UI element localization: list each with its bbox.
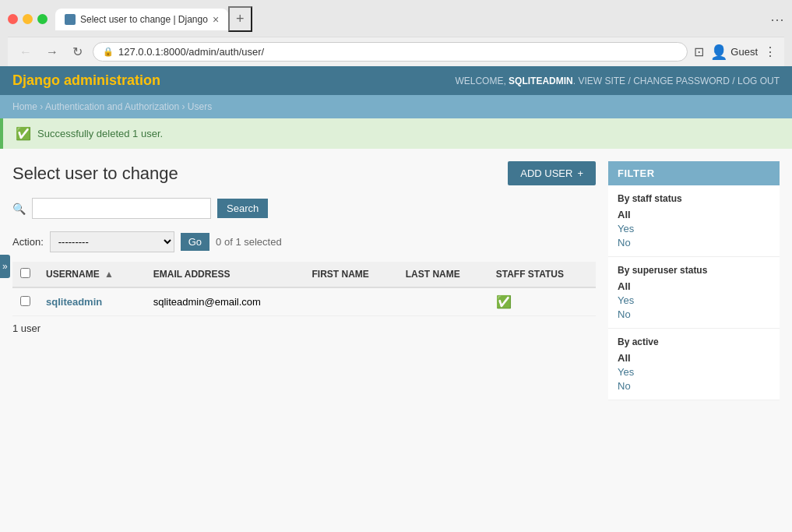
table-header-row: USERNAME ▲ EMAIL ADDRESS FIRST NAME LAST… <box>12 262 596 287</box>
user-tools: WELCOME, SQLITEADMIN. VIEW SITE / CHANGE… <box>455 76 780 86</box>
select-all-checkbox[interactable] <box>20 268 30 278</box>
action-select[interactable]: ---------Delete selected users <box>50 231 174 252</box>
page-title: Select user to change <box>12 164 178 184</box>
filter-section-title: By staff status <box>618 193 770 204</box>
filter-section-title: By active <box>618 336 770 347</box>
filter-option[interactable]: No <box>618 380 770 392</box>
filter-option-link[interactable]: All <box>618 352 631 364</box>
th-email: EMAIL ADDRESS <box>146 262 304 287</box>
tab-favicon <box>65 14 76 25</box>
th-lastname: LAST NAME <box>398 262 488 287</box>
search-bar: 🔍 Search <box>12 198 596 219</box>
filter-option-link[interactable]: Yes <box>618 366 634 378</box>
reader-mode-icon[interactable]: ⊡ <box>694 44 704 59</box>
filter-options: AllYesNo <box>618 352 770 392</box>
th-checkbox <box>12 262 38 287</box>
forward-button[interactable]: → <box>42 44 62 61</box>
sidebar-toggle[interactable]: » <box>0 255 10 278</box>
filter-section: By activeAllYesNo <box>608 329 780 400</box>
new-tab-button[interactable]: + <box>228 6 252 32</box>
browser-chrome: Select user to change | Django × + ⋯ ← →… <box>0 0 792 66</box>
filter-option[interactable]: All <box>618 280 770 292</box>
breadcrumb-auth[interactable]: Authentication and Authorization <box>45 101 179 112</box>
log-out-link[interactable]: LOG OUT <box>737 76 780 86</box>
change-password-link[interactable]: CHANGE PASSWORD <box>633 76 730 86</box>
filter-options: AllYesNo <box>618 209 770 248</box>
th-staff-status: STAFF STATUS <box>488 262 596 287</box>
username-link[interactable]: sqliteadmin <box>46 296 102 308</box>
row-email-cell: sqliteadmin@email.com <box>146 287 304 316</box>
search-input[interactable] <box>32 198 211 219</box>
table-body: sqliteadmin sqliteadmin@email.com ✅ <box>12 287 596 316</box>
row-username-cell: sqliteadmin <box>38 287 146 316</box>
filter-option-link[interactable]: Yes <box>618 294 634 306</box>
tab-close-icon[interactable]: × <box>213 13 219 26</box>
sidebar-filter: FILTER By staff statusAllYesNoBy superus… <box>608 161 780 400</box>
browser-right-controls: ⊡ 👤 Guest ⋮ <box>694 44 776 61</box>
user-count: 1 user <box>12 316 596 340</box>
filter-option[interactable]: Yes <box>618 294 770 306</box>
username: SQLITEADMIN <box>509 76 573 86</box>
lock-icon: 🔒 <box>103 47 114 57</box>
action-bar: Action: ---------Delete selected users G… <box>12 231 596 252</box>
close-dot[interactable] <box>8 14 18 24</box>
breadcrumb-home[interactable]: Home <box>12 101 37 112</box>
row-lastname-cell <box>398 287 488 316</box>
filter-option-link[interactable]: No <box>618 237 631 248</box>
breadcrumb-users: Users <box>188 101 212 112</box>
add-user-label: ADD USER <box>520 167 572 179</box>
search-icon: 🔍 <box>12 203 26 215</box>
maximize-dot[interactable] <box>37 14 48 24</box>
selection-count: 0 of 1 selected <box>216 236 282 248</box>
filter-sections: By staff statusAllYesNoBy superuser stat… <box>608 185 780 400</box>
browser-menu-icon[interactable]: ⋮ <box>764 44 776 59</box>
staff-check-icon: ✅ <box>496 295 512 308</box>
filter-section: By staff statusAllYesNo <box>608 185 780 257</box>
profile-button[interactable]: 👤 Guest <box>710 44 758 61</box>
filter-options: AllYesNo <box>618 280 770 320</box>
tab-title: Select user to change | Django <box>80 14 208 25</box>
row-staff-cell: ✅ <box>488 287 596 316</box>
action-label: Action: <box>12 236 44 248</box>
reload-button[interactable]: ↻ <box>69 43 86 61</box>
filter-option-link[interactable]: All <box>618 209 631 220</box>
breadcrumb: Home › Authentication and Authorization … <box>0 95 792 118</box>
filter-option-link[interactable]: All <box>618 280 631 292</box>
table-row: sqliteadmin sqliteadmin@email.com ✅ <box>12 287 596 316</box>
row-firstname-cell <box>304 287 398 316</box>
site-title[interactable]: Django administration <box>12 72 160 89</box>
browser-tab[interactable]: Select user to change | Django × <box>55 9 228 30</box>
filter-option[interactable]: Yes <box>618 223 770 234</box>
sort-arrow-icon: ▲ <box>104 269 114 280</box>
th-username[interactable]: USERNAME ▲ <box>38 262 146 287</box>
separator-1: / <box>628 76 630 86</box>
success-message: ✅ Successfully deleted 1 user. <box>0 118 792 149</box>
search-button[interactable]: Search <box>217 199 268 218</box>
address-bar[interactable]: 🔒 127.0.0.1:8000/admin/auth/user/ <box>93 42 688 62</box>
page: Django administration WELCOME, SQLITEADM… <box>0 66 792 532</box>
content-wrapper: Select user to change ADD USER + 🔍 Searc… <box>0 149 792 413</box>
top-nav: Django administration WELCOME, SQLITEADM… <box>0 66 792 95</box>
filter-option-link[interactable]: No <box>618 308 631 320</box>
filter-option-link[interactable]: No <box>618 380 631 392</box>
filter-option[interactable]: All <box>618 352 770 364</box>
browser-titlebar: Select user to change | Django × + ⋯ <box>8 6 784 32</box>
action-go-button[interactable]: Go <box>181 233 209 251</box>
filter-option-link[interactable]: Yes <box>618 223 634 234</box>
filter-section: By superuser statusAllYesNo <box>608 257 780 329</box>
table-header: USERNAME ▲ EMAIL ADDRESS FIRST NAME LAST… <box>12 262 596 287</box>
row-checkbox[interactable] <box>20 296 30 306</box>
filter-option[interactable]: All <box>618 209 770 220</box>
filter-option[interactable]: No <box>618 308 770 320</box>
add-user-icon: + <box>577 167 583 179</box>
filter-option[interactable]: Yes <box>618 366 770 378</box>
url-text: 127.0.0.1:8000/admin/auth/user/ <box>118 46 264 58</box>
page-header: Select user to change ADD USER + <box>12 161 596 185</box>
back-button[interactable]: ← <box>16 44 36 61</box>
add-user-button[interactable]: ADD USER + <box>508 161 596 185</box>
window-menu-icon[interactable]: ⋯ <box>770 11 784 28</box>
view-site-link[interactable]: VIEW SITE <box>578 76 625 86</box>
minimize-dot[interactable] <box>23 14 33 24</box>
separator-2: / <box>732 76 734 86</box>
filter-option[interactable]: No <box>618 237 770 248</box>
